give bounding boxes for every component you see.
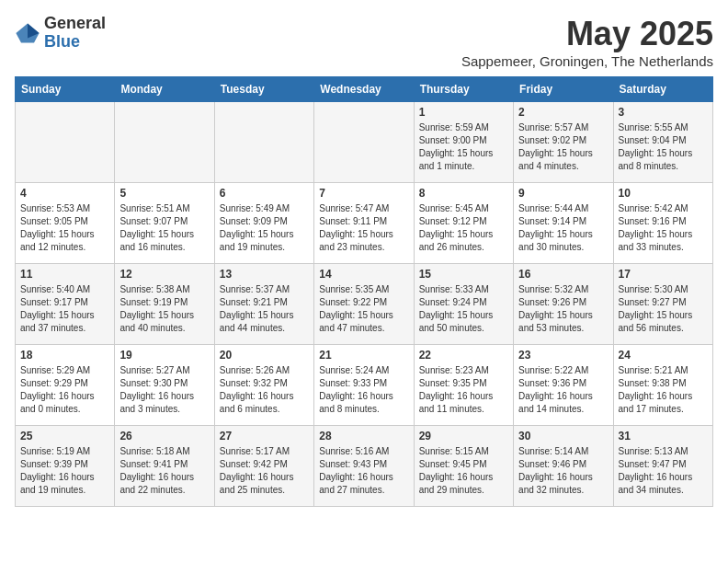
- day-info: Sunrise: 5:55 AM Sunset: 9:04 PM Dayligh…: [619, 121, 708, 173]
- day-number: 3: [619, 106, 708, 119]
- day-number: 19: [119, 349, 209, 362]
- day-cell: [16, 102, 115, 183]
- day-number: 27: [220, 430, 309, 442]
- day-info: Sunrise: 5:32 AM Sunset: 9:26 PM Dayligh…: [518, 283, 608, 335]
- day-cell: 7Sunrise: 5:47 AM Sunset: 9:11 PM Daylig…: [314, 183, 414, 264]
- day-info: Sunrise: 5:26 AM Sunset: 9:32 PM Dayligh…: [220, 364, 309, 416]
- day-info: Sunrise: 5:23 AM Sunset: 9:35 PM Dayligh…: [419, 364, 508, 416]
- day-info: Sunrise: 5:47 AM Sunset: 9:11 PM Dayligh…: [319, 202, 408, 254]
- day-info: Sunrise: 5:53 AM Sunset: 9:05 PM Dayligh…: [20, 202, 109, 254]
- day-number: 10: [619, 187, 708, 200]
- day-number: 20: [220, 349, 309, 362]
- day-number: 30: [518, 430, 608, 442]
- day-cell: 13Sunrise: 5:37 AM Sunset: 9:21 PM Dayli…: [214, 264, 313, 345]
- day-number: 4: [20, 187, 109, 200]
- day-info: Sunrise: 5:17 AM Sunset: 9:42 PM Dayligh…: [220, 445, 309, 497]
- week-row-2: 4Sunrise: 5:53 AM Sunset: 9:05 PM Daylig…: [16, 183, 713, 264]
- header-row: SundayMondayTuesdayWednesdayThursdayFrid…: [16, 77, 713, 102]
- day-info: Sunrise: 5:21 AM Sunset: 9:38 PM Dayligh…: [619, 364, 708, 416]
- day-cell: 22Sunrise: 5:23 AM Sunset: 9:35 PM Dayli…: [414, 345, 513, 426]
- day-cell: 4Sunrise: 5:53 AM Sunset: 9:05 PM Daylig…: [16, 183, 115, 264]
- day-info: Sunrise: 5:45 AM Sunset: 9:12 PM Dayligh…: [419, 202, 508, 254]
- day-cell: 3Sunrise: 5:55 AM Sunset: 9:04 PM Daylig…: [613, 102, 712, 183]
- day-cell: 5Sunrise: 5:51 AM Sunset: 9:07 PM Daylig…: [115, 183, 214, 264]
- day-info: Sunrise: 5:29 AM Sunset: 9:29 PM Dayligh…: [20, 364, 109, 416]
- day-number: 15: [419, 268, 508, 281]
- week-row-3: 11Sunrise: 5:40 AM Sunset: 9:17 PM Dayli…: [16, 264, 713, 345]
- day-number: 5: [119, 187, 209, 200]
- day-cell: 23Sunrise: 5:22 AM Sunset: 9:36 PM Dayli…: [514, 345, 613, 426]
- day-cell: 29Sunrise: 5:15 AM Sunset: 9:45 PM Dayli…: [414, 426, 513, 507]
- day-number: 28: [319, 430, 408, 442]
- header-day-saturday: Saturday: [613, 77, 712, 102]
- day-number: 6: [220, 187, 309, 200]
- month-title: May 2025: [461, 15, 713, 53]
- day-cell: 6Sunrise: 5:49 AM Sunset: 9:09 PM Daylig…: [214, 183, 313, 264]
- day-cell: 19Sunrise: 5:27 AM Sunset: 9:30 PM Dayli…: [115, 345, 214, 426]
- day-cell: 25Sunrise: 5:19 AM Sunset: 9:39 PM Dayli…: [16, 426, 115, 507]
- header-day-monday: Monday: [115, 77, 214, 102]
- day-number: 11: [20, 268, 109, 281]
- day-number: 25: [20, 430, 109, 442]
- day-cell: 24Sunrise: 5:21 AM Sunset: 9:38 PM Dayli…: [613, 345, 712, 426]
- calendar-body: 1Sunrise: 5:59 AM Sunset: 9:00 PM Daylig…: [16, 102, 713, 507]
- day-number: 31: [619, 430, 708, 442]
- day-info: Sunrise: 5:35 AM Sunset: 9:22 PM Dayligh…: [319, 283, 408, 335]
- day-number: 16: [518, 268, 608, 281]
- logo: General Blue: [15, 15, 106, 52]
- day-number: 29: [419, 430, 508, 442]
- week-row-1: 1Sunrise: 5:59 AM Sunset: 9:00 PM Daylig…: [16, 102, 713, 183]
- day-info: Sunrise: 5:42 AM Sunset: 9:16 PM Dayligh…: [619, 202, 708, 254]
- day-cell: 31Sunrise: 5:13 AM Sunset: 9:47 PM Dayli…: [613, 426, 712, 507]
- day-info: Sunrise: 5:27 AM Sunset: 9:30 PM Dayligh…: [119, 364, 209, 416]
- week-row-4: 18Sunrise: 5:29 AM Sunset: 9:29 PM Dayli…: [16, 345, 713, 426]
- day-info: Sunrise: 5:33 AM Sunset: 9:24 PM Dayligh…: [419, 283, 508, 335]
- header-day-sunday: Sunday: [16, 77, 115, 102]
- day-info: Sunrise: 5:22 AM Sunset: 9:36 PM Dayligh…: [518, 364, 608, 416]
- day-cell: 17Sunrise: 5:30 AM Sunset: 9:27 PM Dayli…: [613, 264, 712, 345]
- day-info: Sunrise: 5:37 AM Sunset: 9:21 PM Dayligh…: [220, 283, 309, 335]
- day-cell: 21Sunrise: 5:24 AM Sunset: 9:33 PM Dayli…: [314, 345, 414, 426]
- day-number: 8: [419, 187, 508, 200]
- calendar-table: SundayMondayTuesdayWednesdayThursdayFrid…: [15, 76, 713, 507]
- day-cell: 27Sunrise: 5:17 AM Sunset: 9:42 PM Dayli…: [214, 426, 313, 507]
- day-cell: 11Sunrise: 5:40 AM Sunset: 9:17 PM Dayli…: [16, 264, 115, 345]
- day-cell: 16Sunrise: 5:32 AM Sunset: 9:26 PM Dayli…: [514, 264, 613, 345]
- day-number: 22: [419, 349, 508, 362]
- header-day-friday: Friday: [514, 77, 613, 102]
- day-cell: [314, 102, 414, 183]
- day-cell: 2Sunrise: 5:57 AM Sunset: 9:02 PM Daylig…: [514, 102, 613, 183]
- day-info: Sunrise: 5:38 AM Sunset: 9:19 PM Dayligh…: [119, 283, 209, 335]
- day-number: 14: [319, 268, 408, 281]
- day-info: Sunrise: 5:57 AM Sunset: 9:02 PM Dayligh…: [518, 121, 608, 173]
- day-cell: 10Sunrise: 5:42 AM Sunset: 9:16 PM Dayli…: [613, 183, 712, 264]
- day-cell: 20Sunrise: 5:26 AM Sunset: 9:32 PM Dayli…: [214, 345, 313, 426]
- day-cell: 1Sunrise: 5:59 AM Sunset: 9:00 PM Daylig…: [414, 102, 513, 183]
- day-info: Sunrise: 5:30 AM Sunset: 9:27 PM Dayligh…: [619, 283, 708, 335]
- day-number: 21: [319, 349, 408, 362]
- day-info: Sunrise: 5:49 AM Sunset: 9:09 PM Dayligh…: [220, 202, 309, 254]
- day-number: 1: [419, 106, 508, 119]
- day-info: Sunrise: 5:13 AM Sunset: 9:47 PM Dayligh…: [619, 445, 708, 497]
- day-number: 12: [119, 268, 209, 281]
- day-cell: 26Sunrise: 5:18 AM Sunset: 9:41 PM Dayli…: [115, 426, 214, 507]
- day-number: 23: [518, 349, 608, 362]
- day-number: 13: [220, 268, 309, 281]
- day-info: Sunrise: 5:40 AM Sunset: 9:17 PM Dayligh…: [20, 283, 109, 335]
- day-info: Sunrise: 5:14 AM Sunset: 9:46 PM Dayligh…: [518, 445, 608, 497]
- day-info: Sunrise: 5:44 AM Sunset: 9:14 PM Dayligh…: [518, 202, 608, 254]
- day-cell: 28Sunrise: 5:16 AM Sunset: 9:43 PM Dayli…: [314, 426, 414, 507]
- location-subtitle: Sappemeer, Groningen, The Netherlands: [461, 53, 713, 69]
- day-info: Sunrise: 5:24 AM Sunset: 9:33 PM Dayligh…: [319, 364, 408, 416]
- header-day-tuesday: Tuesday: [214, 77, 313, 102]
- day-cell: 30Sunrise: 5:14 AM Sunset: 9:46 PM Dayli…: [514, 426, 613, 507]
- day-number: 18: [20, 349, 109, 362]
- logo-text: General Blue: [44, 15, 106, 52]
- day-number: 26: [119, 430, 209, 442]
- day-cell: 8Sunrise: 5:45 AM Sunset: 9:12 PM Daylig…: [414, 183, 513, 264]
- logo-icon: [15, 20, 40, 46]
- day-info: Sunrise: 5:18 AM Sunset: 9:41 PM Dayligh…: [119, 445, 209, 497]
- title-block: May 2025 Sappemeer, Groningen, The Nethe…: [461, 15, 713, 69]
- day-info: Sunrise: 5:19 AM Sunset: 9:39 PM Dayligh…: [20, 445, 109, 497]
- day-cell: 9Sunrise: 5:44 AM Sunset: 9:14 PM Daylig…: [514, 183, 613, 264]
